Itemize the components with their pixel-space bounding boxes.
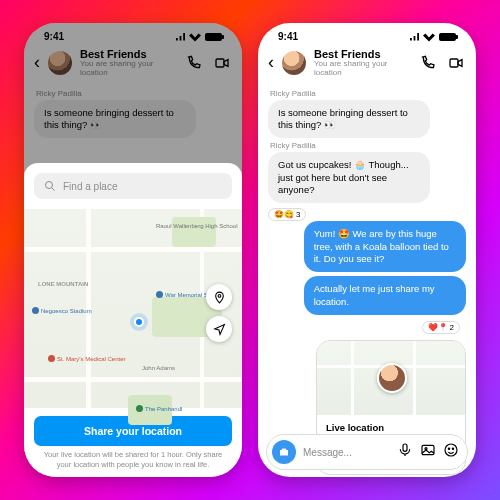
drop-pin-button[interactable]: [206, 284, 232, 310]
battery-icon: [439, 33, 456, 41]
wifi-icon: [423, 32, 435, 42]
message-incoming[interactable]: Got us cupcakes! 🧁 Though... just got he…: [268, 152, 430, 203]
search-input[interactable]: Find a place: [34, 173, 232, 199]
poi-label: The Panhandl: [136, 405, 182, 412]
svg-point-10: [452, 448, 453, 449]
svg-rect-6: [422, 445, 434, 454]
poi-label: John Adams: [142, 365, 175, 371]
status-right: [407, 32, 456, 42]
back-icon[interactable]: ‹: [268, 52, 274, 73]
map[interactable]: Raoul Wallenberg High School LONE MOUNTA…: [24, 209, 242, 408]
call-icon[interactable]: [418, 53, 438, 73]
svg-point-9: [448, 448, 449, 449]
search-placeholder: Find a place: [63, 181, 117, 192]
sticker-icon[interactable]: [443, 442, 459, 462]
location-sheet: Find a place Raoul Wallenberg High Schoo…: [24, 163, 242, 477]
svg-rect-5: [403, 444, 407, 451]
message-outgoing[interactable]: Yum! 🤩 We are by this huge tree, with a …: [304, 221, 466, 272]
video-call-icon[interactable]: [446, 53, 466, 73]
signal-icon: [407, 33, 419, 41]
chat-header: ‹ Best Friends You are sharing your loca…: [258, 44, 476, 86]
neighborhood-label: LONE MOUNTAIN: [38, 281, 88, 287]
sender-label: Ricky Padilla: [270, 141, 466, 150]
message-outgoing[interactable]: Actually let me just share my location.: [304, 276, 466, 315]
svg-rect-3: [450, 59, 458, 67]
message-incoming[interactable]: Is someone bringing dessert to this thin…: [268, 100, 430, 139]
composer-placeholder: Message...: [303, 447, 390, 458]
avatar[interactable]: [282, 51, 306, 75]
svg-point-2: [218, 294, 221, 297]
avatar-pin: [377, 363, 407, 393]
recenter-button[interactable]: [206, 316, 232, 342]
search-icon: [44, 180, 56, 192]
poi-label: Raoul Wallenberg High School: [156, 223, 238, 229]
phone-left: 9:41 ‹ Best Friends You are sharing your…: [24, 23, 242, 477]
mic-icon[interactable]: [397, 442, 413, 462]
disclaimer-text: Your live location will be shared for 1 …: [24, 450, 242, 477]
reaction-chip[interactable]: ❤️📍2: [422, 321, 460, 334]
status-bar: 9:41: [258, 23, 476, 44]
messages: Ricky Padilla Is someone bringing desser…: [258, 89, 476, 475]
current-location-dot: [134, 317, 144, 327]
chat-subtitle: You are sharing your location: [314, 60, 410, 78]
reaction-chip[interactable]: 🤩😋3: [268, 208, 306, 221]
svg-point-1: [46, 182, 53, 189]
camera-button[interactable]: [272, 440, 296, 464]
svg-point-8: [445, 444, 457, 456]
image-icon[interactable]: [420, 442, 436, 462]
poi-label: Negoesco Stadium: [32, 307, 92, 314]
map-thumbnail: [317, 341, 465, 415]
sender-label: Ricky Padilla: [270, 89, 466, 98]
svg-point-4: [283, 451, 286, 454]
poi-label: St. Mary's Medical Center: [48, 355, 126, 362]
composer[interactable]: Message...: [266, 434, 468, 470]
status-time: 9:41: [278, 31, 298, 42]
chat-title-block[interactable]: Best Friends You are sharing your locati…: [314, 48, 410, 78]
phone-right: 9:41 ‹ Best Friends You are sharing your…: [258, 23, 476, 477]
location-card-title: Live location: [326, 422, 456, 433]
